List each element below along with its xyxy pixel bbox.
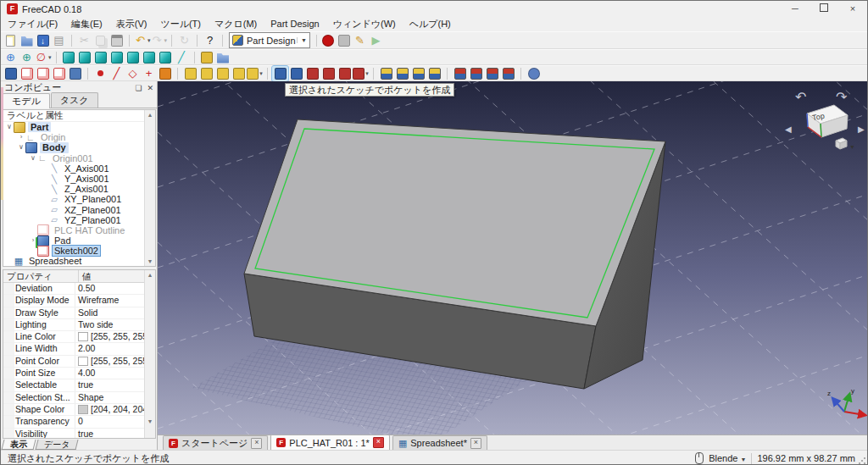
- map-sketch-to-face-button[interactable]: [51, 66, 67, 81]
- close-tab-icon[interactable]: ×: [251, 438, 262, 449]
- property-row-line-width[interactable]: Line Width2.00: [3, 343, 155, 355]
- subtractive-loft-button[interactable]: [320, 66, 337, 81]
- property-value[interactable]: Shape: [75, 392, 155, 403]
- view-rear-button[interactable]: [125, 50, 142, 65]
- document-tab-spreadsheet-[interactable]: ▦Spreadsheet*×: [392, 435, 487, 450]
- menu-view[interactable]: 表示(V): [109, 17, 154, 31]
- datum-plane-button[interactable]: ◇: [125, 66, 141, 81]
- measure-distance-button[interactable]: ╱: [174, 50, 190, 65]
- rotate-left-icon[interactable]: ↶: [795, 90, 806, 104]
- dropdown-caret-icon[interactable]: ▾: [259, 70, 263, 77]
- whats-this-button[interactable]: ?: [202, 33, 218, 48]
- maximize-button[interactable]: [810, 1, 838, 17]
- property-row-visibility[interactable]: Visibilitytrue: [3, 429, 155, 439]
- menu-tools[interactable]: ツール(T): [153, 17, 208, 31]
- macro-play-button[interactable]: ▶: [368, 33, 384, 48]
- tree-item-body[interactable]: ∨Body: [3, 142, 155, 152]
- open-file-button[interactable]: [19, 33, 35, 48]
- linear-pattern-button[interactable]: [394, 66, 410, 81]
- property-value[interactable]: true: [75, 379, 155, 390]
- tree-item-y-axis001[interactable]: ╲Y_Axis001: [3, 174, 155, 184]
- tree-item-sketch002[interactable]: Sketch002: [3, 246, 155, 256]
- menu-file[interactable]: ファイル(F): [1, 17, 64, 31]
- polar-pattern-button[interactable]: [410, 66, 426, 81]
- mirrored-button[interactable]: [378, 66, 394, 81]
- scroll-down-icon[interactable]: ▼: [145, 257, 155, 266]
- dropdown-caret-icon[interactable]: ▾: [48, 54, 52, 61]
- tab-タスク[interactable]: タスク: [51, 92, 98, 108]
- macro-record-button[interactable]: [320, 33, 336, 48]
- tree-item-x-axis001[interactable]: ╲X_Axis001: [3, 163, 155, 174]
- multitransform-button[interactable]: [426, 66, 442, 81]
- create-clone-button[interactable]: [67, 66, 83, 81]
- additive-primitive-button[interactable]: ▾: [247, 66, 263, 81]
- fit-all-button[interactable]: ⊕: [3, 50, 19, 65]
- float-panel-icon[interactable]: ❏: [135, 84, 142, 92]
- tree-item-yz-plane001[interactable]: ▱YZ_Plane001: [3, 215, 155, 225]
- tree-item-origin001[interactable]: ∨∟Origin001: [3, 153, 155, 163]
- revolution-button[interactable]: [198, 66, 214, 81]
- chamfer-button[interactable]: [468, 66, 484, 81]
- tree-item-xz-plane001[interactable]: ▱XZ_Plane001: [3, 205, 155, 215]
- tree-item-origin[interactable]: ›∟Origin: [3, 132, 155, 142]
- boolean-operation-button[interactable]: [526, 66, 542, 81]
- close-tab-icon[interactable]: ×: [470, 438, 481, 449]
- thickness-button[interactable]: [500, 66, 516, 81]
- property-row-selection-st-[interactable]: Selection St...Shape: [3, 392, 155, 404]
- property-value[interactable]: Two side: [75, 319, 155, 330]
- scroll-up-icon[interactable]: ▲: [145, 270, 155, 280]
- nav-right-arrow-icon[interactable]: ▶: [858, 125, 865, 134]
- property-row-lighting[interactable]: LightingTwo side: [3, 319, 155, 331]
- create-body-button[interactable]: [3, 66, 19, 81]
- draft-button[interactable]: [484, 66, 500, 81]
- copy-button[interactable]: [92, 33, 108, 48]
- tree-scrollbar[interactable]: ▲ ▼: [144, 110, 155, 266]
- collapse-icon[interactable]: ∨: [17, 142, 25, 152]
- redo-button[interactable]: ↷▾: [151, 33, 168, 48]
- expand-icon[interactable]: ›: [17, 132, 25, 142]
- datum-line-button[interactable]: ╱: [108, 66, 125, 81]
- edit-sketch-button[interactable]: [35, 66, 51, 81]
- collapse-icon[interactable]: ∨: [5, 122, 14, 132]
- tree-item-plc-hat-outline[interactable]: PLC HAT Outline: [3, 225, 155, 235]
- rotate-right-icon[interactable]: ↷: [836, 90, 848, 104]
- pad-button[interactable]: [182, 66, 198, 81]
- property-row-point-size[interactable]: Point Size4.00: [3, 368, 155, 379]
- undo-button[interactable]: ↶▾: [134, 33, 151, 48]
- menu-part-design[interactable]: Part Design: [264, 17, 326, 31]
- property-row-draw-style[interactable]: Draw StyleSolid: [3, 307, 155, 319]
- resize-grip[interactable]: [858, 457, 866, 465]
- tab-表示[interactable]: 表示: [2, 440, 36, 450]
- create-part-button[interactable]: [199, 50, 215, 65]
- dropdown-caret-icon[interactable]: ▾: [164, 37, 168, 44]
- viewport-3d[interactable]: ↶ ↷ ◀ ▶ Top ▼: [158, 81, 868, 435]
- shape-binder-button[interactable]: [157, 66, 173, 81]
- groove-button[interactable]: [304, 66, 320, 81]
- dropdown-caret-icon[interactable]: ▾: [147, 37, 151, 44]
- property-row-transparency[interactable]: Transparency0: [3, 416, 155, 428]
- nav-menu-caret-icon[interactable]: ▼: [849, 144, 855, 150]
- document-tab-plc-hat-r01-1-[interactable]: FPLC_HAT_R01 : 1*×: [270, 435, 390, 450]
- minimize-button[interactable]: ─: [781, 1, 810, 17]
- menu-help[interactable]: ヘルプ(H): [403, 17, 458, 31]
- print-button[interactable]: ▤: [51, 33, 67, 48]
- dropdown-caret-icon[interactable]: ▾: [365, 70, 369, 77]
- nav-left-arrow-icon[interactable]: ◀: [785, 125, 792, 134]
- fillet-button[interactable]: [452, 66, 468, 81]
- close-button[interactable]: ×: [838, 1, 867, 17]
- property-value[interactable]: true: [75, 429, 155, 439]
- property-row-point-color[interactable]: Point Color[255, 255, 255]: [3, 356, 155, 368]
- property-row-selectable[interactable]: Selectabletrue: [3, 379, 155, 391]
- new-file-button[interactable]: [3, 33, 19, 48]
- hole-button[interactable]: [288, 66, 304, 81]
- scroll-down-icon[interactable]: ▼: [145, 417, 155, 426]
- tree-item-xy-plane001[interactable]: ▱XY_Plane001: [3, 194, 155, 204]
- property-value[interactable]: Wireframe: [75, 295, 155, 306]
- property-row-display-mode[interactable]: Display ModeWireframe: [3, 295, 155, 307]
- additive-loft-button[interactable]: [214, 66, 231, 81]
- property-value[interactable]: 0: [75, 416, 155, 427]
- paste-button[interactable]: [108, 33, 125, 48]
- collapse-icon[interactable]: ∨: [29, 153, 37, 163]
- property-value[interactable]: [204, 204, 204]: [75, 404, 155, 415]
- navigation-style-selector[interactable]: Blende ▼: [709, 453, 746, 463]
